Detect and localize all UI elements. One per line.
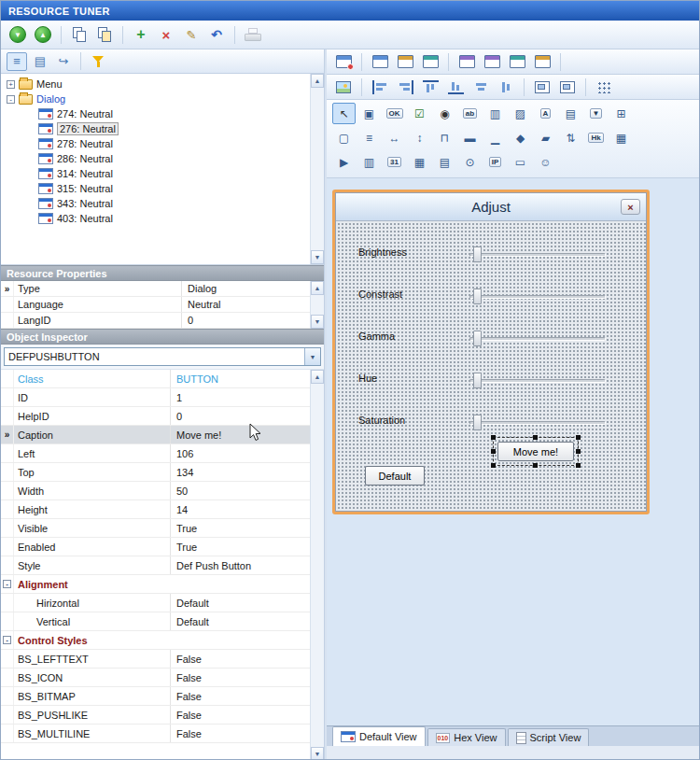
slider-thumb[interactable] — [473, 289, 482, 304]
tab-script-view[interactable]: Script View — [508, 728, 590, 746]
palette-listbox[interactable]: ▤ — [559, 103, 582, 124]
property-value[interactable]: False — [171, 728, 310, 739]
test-dialog-button[interactable] — [332, 50, 355, 73]
dialog-properties-button[interactable] — [369, 50, 391, 73]
preview-dialog-titlebar[interactable]: Adjust × — [336, 193, 646, 221]
snap-grid-button[interactable] — [593, 76, 615, 98]
inspector-scrollbar[interactable]: ▲ ▼ — [310, 370, 324, 760]
property-value[interactable]: 106 — [171, 448, 310, 459]
resource-properties-scrollbar[interactable]: ▲ ▼ — [310, 281, 324, 329]
titlebar[interactable]: RESOURCE TUNER — [1, 1, 699, 21]
copy-button[interactable] — [68, 23, 91, 46]
prop-row-bs-icon[interactable]: BS_ICON False — [1, 669, 324, 687]
palette-status-bar[interactable]: ▁ — [483, 127, 507, 148]
prop-row-helpid[interactable]: HelpID 0 — [1, 407, 324, 426]
property-row-language[interactable]: Language Neutral — [1, 297, 324, 313]
property-value[interactable]: Move me! — [171, 429, 310, 441]
slider-thumb[interactable] — [473, 373, 482, 388]
property-value[interactable]: True — [171, 542, 310, 553]
move-me-button[interactable]: Move me! — [497, 442, 574, 461]
tree-item-menu[interactable]: + Menu — [5, 77, 285, 91]
center-vertical-button[interactable] — [495, 76, 517, 98]
page-view-button[interactable] — [506, 50, 528, 73]
tab-hex-view[interactable]: 010 Hex View — [427, 728, 506, 746]
prop-row-hirizontal[interactable]: Hirizontal Default — [1, 594, 324, 612]
palette-header[interactable]: ▥ — [357, 151, 381, 173]
show-picture-button[interactable] — [332, 76, 355, 98]
palette-progress-bar[interactable]: ▰ — [534, 127, 557, 148]
scroll-down-icon[interactable]: ▼ — [311, 250, 324, 264]
palette-group-box[interactable]: ▢ — [332, 127, 356, 148]
preview-dialog-body[interactable]: Brightness Constrast Gamma — [336, 221, 646, 511]
palette-push-button[interactable]: OK — [383, 103, 406, 124]
window-style-button[interactable] — [394, 50, 416, 73]
scroll-up-icon[interactable]: ▲ — [311, 74, 324, 88]
tab-item-button[interactable] — [481, 50, 503, 73]
palette-month-view[interactable]: ▦ — [408, 151, 431, 173]
prop-row-height[interactable]: Height 14 — [1, 500, 324, 519]
slider[interactable] — [469, 379, 606, 383]
slider-thumb[interactable] — [473, 246, 482, 262]
prop-row-bs-pushlike[interactable]: BS_PUSHLIKE False — [1, 706, 324, 725]
extract-resource-button[interactable]: ▼ — [7, 23, 29, 46]
property-value[interactable]: Neutral — [182, 299, 310, 310]
slider[interactable] — [469, 337, 606, 341]
palette-tree-view[interactable]: ≡ — [357, 127, 381, 148]
delete-resource-button[interactable]: × — [155, 23, 177, 46]
palette-grid[interactable]: ⊞ — [609, 103, 633, 124]
filter-button[interactable] — [88, 52, 108, 71]
tree-item-resource[interactable]: 274: Neutral — [5, 106, 285, 121]
tree-item-resource[interactable]: 343: Neutral — [5, 196, 285, 211]
collapse-icon[interactable]: - — [3, 636, 11, 644]
palette-pager[interactable]: ▭ — [509, 151, 532, 173]
property-value[interactable]: Default — [171, 616, 310, 627]
scroll-up-icon[interactable]: ▲ — [311, 370, 324, 384]
palette-spin[interactable]: ⇅ — [559, 127, 582, 148]
prop-section-alignment[interactable]: - Alignment — [1, 575, 324, 594]
undo-button[interactable]: ↶ — [205, 23, 228, 46]
property-value[interactable]: Def Push Button — [171, 560, 310, 571]
palette-v-scrollbar[interactable]: ↕ — [408, 127, 431, 148]
center-horizontal-button[interactable] — [469, 76, 492, 98]
tree-item-resource[interactable]: 315: Neutral — [5, 181, 285, 196]
tree-item-resource[interactable]: 286: Neutral — [5, 151, 285, 166]
slider-thumb[interactable] — [473, 331, 482, 346]
resize-handle[interactable] — [491, 435, 496, 440]
prop-row-id[interactable]: ID 1 — [1, 388, 324, 407]
default-button[interactable]: Default — [365, 466, 425, 486]
slider[interactable] — [469, 295, 606, 299]
property-value[interactable]: Default — [171, 598, 310, 609]
prop-row-bs-multiline[interactable]: BS_MULTILINE False — [1, 725, 324, 743]
tree-item-resource[interactable]: 278: Neutral — [5, 136, 285, 151]
export-button[interactable]: ↪ — [53, 52, 74, 71]
designer-surface[interactable]: Adjust × Brightness Constrast — [327, 178, 699, 725]
update-resource-button[interactable]: ▲ — [32, 23, 54, 46]
property-value[interactable]: False — [171, 710, 310, 721]
collapse-icon[interactable]: - — [7, 95, 15, 104]
palette-animation[interactable]: ▶ — [332, 151, 356, 173]
palette-image[interactable]: ▨ — [509, 103, 532, 124]
slider[interactable] — [469, 421, 606, 425]
palette-toolbar[interactable]: ▬ — [458, 127, 482, 148]
add-resource-button[interactable]: + — [130, 23, 152, 46]
slider[interactable] — [469, 253, 606, 257]
prop-row-left[interactable]: Left 106 — [1, 444, 324, 463]
palette-h-scrollbar[interactable]: ↔ — [383, 127, 406, 148]
show-memo-button[interactable] — [419, 50, 441, 73]
palette-calendar[interactable]: 31 — [383, 151, 406, 173]
palette-syslink[interactable]: ⊙ — [458, 151, 482, 173]
property-row-type[interactable]: » Type Dialog — [1, 281, 324, 297]
tab-default-view[interactable]: Default View — [332, 726, 426, 746]
prop-row-top[interactable]: Top 134 — [1, 463, 324, 482]
scroll-down-icon[interactable]: ▼ — [311, 747, 324, 760]
palette-radio-button[interactable]: ◉ — [433, 103, 456, 124]
copy-to-file-button[interactable] — [93, 23, 116, 46]
same-height-button[interactable] — [556, 76, 579, 98]
palette-user-control[interactable]: ☺ — [534, 151, 557, 173]
resize-handle[interactable] — [533, 463, 538, 468]
palette-static-text[interactable]: A — [534, 103, 557, 124]
prop-row-visible[interactable]: Visible True — [1, 519, 324, 538]
control-selector[interactable]: DEFPUSHBUTTON ▼ — [4, 347, 321, 366]
prop-row-caption[interactable]: » Caption Move me! — [1, 426, 324, 444]
property-value[interactable]: BUTTON — [171, 373, 310, 385]
